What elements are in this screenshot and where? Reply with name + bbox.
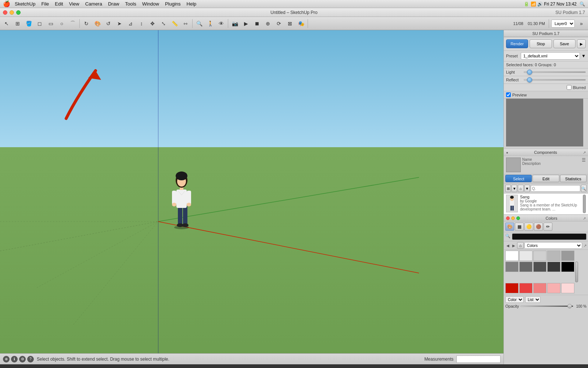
nav-home-btn[interactable]: ⌂ [517,242,524,249]
status-icon-3[interactable]: ⚙ [19,356,26,362]
status-icon-1[interactable]: ⊕ [3,356,10,362]
view-dropdown[interactable]: ▼ [512,185,517,192]
menu-view[interactable]: View [69,1,79,7]
tab-edit[interactable]: Edit [533,175,559,182]
swatch-dark-red[interactable] [505,283,519,293]
swatch-gray-1[interactable] [505,262,519,272]
camera-position[interactable]: 📷 [230,18,240,29]
swatch-white[interactable] [505,251,519,261]
layer-selector[interactable]: Layer0 [551,20,575,28]
color-tab-sliders[interactable]: ▦ [515,223,524,231]
components-expand[interactable]: ↗ [583,151,586,155]
scale-tool[interactable]: ⤡ [158,18,169,29]
swatch-medium-gray[interactable] [561,251,574,261]
orbit-tool[interactable]: ↻ [81,18,92,29]
components-search[interactable] [531,185,580,192]
opacity-slider[interactable] [520,305,573,307]
swatch-light-red-2[interactable] [547,283,560,293]
measurements-input[interactable] [456,355,501,363]
swatch-very-light-red[interactable] [561,283,574,293]
preview-checkbox[interactable] [506,92,511,97]
colors-nav-expand[interactable]: ↗ [584,244,587,248]
viewport[interactable]: ⊕ ℹ ⚙ ? Select objects. Shift to extend … [0,30,503,364]
nav-back-arrow[interactable]: ◀ [505,243,510,248]
reflect-slider-thumb[interactable] [527,77,532,82]
paint-tool[interactable]: 🪣 [24,18,34,29]
search-icon[interactable]: 🔍 [580,1,585,7]
select-tool[interactable]: ↖ [1,18,12,29]
colors-category-dropdown[interactable]: Colors [524,242,582,249]
menu-sketchup[interactable]: SketchUp [15,1,35,7]
menu-window[interactable]: Window [142,1,159,7]
section-plane[interactable]: ⊠ [285,18,295,29]
preset-select[interactable]: 1_default.xml [521,52,580,60]
look-around[interactable]: 👁 [216,18,226,29]
zoom-extents[interactable]: 🔍 [194,18,204,29]
menu-draw[interactable]: Draw [108,1,119,7]
status-icon-2[interactable]: ℹ [11,356,18,362]
color-tab-wheel[interactable]: 🎨 [505,223,514,231]
move-tool[interactable]: ✥ [147,18,158,29]
apple-menu[interactable]: 🍎 [3,0,10,7]
menu-camera[interactable]: Camera [85,1,102,7]
rect-tool[interactable]: ▭ [46,18,56,29]
nav-dropdown-btn[interactable]: ▼ [524,185,530,192]
stop-button[interactable]: Stop [530,39,552,48]
color-tab-image[interactable]: 🟤 [534,223,543,231]
push-pull[interactable]: ↕ [136,18,147,29]
component-menu-icon[interactable]: ☰ [582,158,586,163]
menu-tools[interactable]: Tools [125,1,136,7]
follow-me[interactable]: ➤ [114,18,125,29]
preset-expand-icon[interactable]: ▼ [581,53,586,59]
close-button[interactable] [3,10,7,15]
offset-tool[interactable]: ⊿ [125,18,136,29]
scene-update[interactable]: ⟳ [274,18,284,29]
component-list-item[interactable]: Sang by Google Sang is a member of the S… [504,194,588,215]
color-mode-select[interactable]: Color [505,296,524,303]
render-button[interactable]: Render [506,39,528,48]
dimension-tool[interactable]: ⇿ [180,18,191,29]
maximize-button[interactable] [16,10,21,15]
anim-record[interactable]: ⏹ [252,18,262,29]
play-button[interactable]: ▶ [577,39,586,48]
blurred-checkbox[interactable] [567,85,571,90]
swatch-gray-3[interactable] [533,262,546,272]
expand-toolbar[interactable]: » [576,18,587,29]
tab-select[interactable]: Select [505,175,532,182]
color-tab-pencil[interactable]: ✏ [544,223,552,231]
nav-forward-arrow[interactable]: ▶ [511,243,516,248]
swatch-gray-2[interactable] [519,262,533,272]
materials[interactable]: 🎭 [296,18,306,29]
swatch-dark-gray[interactable] [547,262,560,272]
menu-plugins[interactable]: Plugins [165,1,181,7]
walk-tool[interactable]: 🚶 [205,18,215,29]
swatch-black[interactable] [561,262,574,272]
menu-help[interactable]: Help [187,1,197,7]
colors-search-input[interactable] [512,233,587,240]
colors-expand-icon[interactable]: ↗ [583,216,586,220]
swatch-light-gray-2[interactable] [533,251,546,261]
circle-tool[interactable]: ○ [57,18,67,29]
swatch-light-red-1[interactable] [533,283,546,293]
opacity-slider-thumb[interactable] [567,304,572,308]
tape-tool[interactable]: 📏 [169,18,180,29]
status-icon-4[interactable]: ? [27,356,34,362]
colors-maximize-button[interactable] [516,216,520,220]
color-tab-palette[interactable]: 🟡 [524,223,533,231]
menu-file[interactable]: File [41,1,49,7]
arc-tool[interactable]: ⌒ [68,18,78,29]
color-list-select[interactable]: List [525,296,541,303]
save-render-button[interactable]: Save [553,39,576,48]
eraser-tool[interactable]: ◻ [35,18,45,29]
colors-close-button[interactable] [506,216,510,220]
tab-statistics[interactable]: Statistics [560,175,587,182]
component-tool[interactable]: ⊞ [12,18,23,29]
swatch-light-gray-3[interactable] [547,251,560,261]
home-btn[interactable]: ⌂ [518,185,523,192]
colors-minimize-button[interactable] [511,216,515,220]
minimize-button[interactable] [10,10,14,15]
scrollbar-thumb[interactable] [583,195,586,213]
swatch-light-gray-1[interactable] [519,251,533,261]
rotate-tool[interactable]: ↺ [103,18,114,29]
search-btn[interactable]: 🔍 [581,185,587,192]
